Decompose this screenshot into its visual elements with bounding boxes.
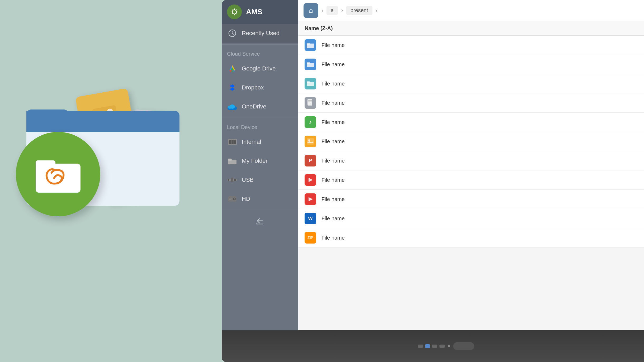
hd-label: HD: [242, 196, 250, 202]
sidebar-item-dropbox[interactable]: Dropbox: [222, 78, 298, 97]
folder-blue-icon: [305, 59, 316, 70]
svg-rect-43: [308, 101, 312, 101]
sidebar-item-internal[interactable]: Internal: [222, 132, 298, 151]
divider-2: [222, 118, 298, 118]
sort-bar: Name (Z-A): [298, 21, 644, 36]
svg-marker-50: [309, 178, 313, 182]
file-item[interactable]: W File name: [298, 209, 644, 228]
recently-used-label: Recently Used: [242, 30, 280, 37]
sidebar-header: AMS: [222, 0, 298, 24]
svg-point-20: [228, 106, 232, 109]
folder-blue-icon: [305, 39, 316, 51]
local-device-header: Local Device: [222, 120, 298, 132]
breadcrumb-present[interactable]: present: [346, 6, 372, 15]
file-item[interactable]: File name: [298, 74, 644, 93]
file-item[interactable]: File name: [298, 170, 644, 190]
svg-rect-26: [228, 159, 232, 161]
svg-point-28: [228, 179, 229, 181]
monitor-bezel: [222, 330, 644, 362]
ppt-file-icon: P: [305, 155, 316, 166]
onedrive-icon: [227, 101, 238, 112]
doc-file-icon: [305, 97, 316, 109]
usb-label: USB: [242, 177, 254, 183]
svg-rect-47: [307, 138, 314, 145]
svg-rect-35: [229, 199, 231, 199]
back-button[interactable]: [222, 212, 298, 230]
svg-marker-51: [309, 197, 313, 201]
file-item[interactable]: File name: [298, 93, 644, 113]
dropbox-label: Dropbox: [242, 84, 264, 91]
sort-label[interactable]: Name (Z-A): [305, 25, 333, 31]
svg-rect-44: [308, 102, 312, 102]
svg-point-48: [308, 139, 310, 141]
file-item[interactable]: P File name: [298, 151, 644, 170]
sidebar-item-my-folder[interactable]: My Folder: [222, 151, 298, 170]
svg-rect-29: [231, 178, 233, 182]
home-icon: ⌂: [309, 6, 313, 15]
bezel-port-2: [432, 345, 437, 348]
file-name: File name: [321, 177, 345, 183]
file-item[interactable]: File name: [298, 190, 644, 209]
bezel-port-1: [418, 345, 423, 348]
file-name: File name: [321, 100, 345, 106]
music-file-icon: ♪: [305, 116, 316, 128]
sidebar-item-recently-used[interactable]: Recently Used: [222, 24, 298, 43]
zip-file-icon: ZIP: [305, 232, 316, 244]
svg-rect-24: [234, 140, 236, 144]
breadcrumb-bar: ⌂ › a › present ›: [298, 0, 644, 21]
folder-teal-icon: [305, 78, 316, 89]
file-item[interactable]: ZIP File name: [298, 228, 644, 247]
svg-rect-41: [307, 81, 310, 83]
app-title: AMS: [246, 8, 262, 16]
home-button[interactable]: ⌂: [304, 3, 318, 18]
file-name: File name: [321, 139, 345, 145]
bezel-port-3: [439, 345, 445, 348]
sidebar-item-hd[interactable]: HD: [222, 189, 298, 208]
internal-icon: [227, 137, 238, 147]
hd-icon: [227, 194, 238, 204]
dropbox-icon: [227, 82, 238, 93]
green-circle-icon: [16, 132, 100, 216]
svg-rect-42: [307, 99, 312, 106]
bezel-usb-port: [425, 344, 430, 348]
word-file-icon: W: [305, 213, 316, 224]
google-drive-label: Google Drive: [242, 65, 276, 72]
video-file-icon: [305, 174, 316, 186]
file-name: File name: [321, 81, 345, 87]
image-file-icon: [305, 136, 316, 147]
file-item[interactable]: File name: [298, 36, 644, 55]
svg-rect-30: [234, 179, 236, 181]
svg-rect-34: [229, 198, 233, 198]
divider-3: [222, 210, 298, 210]
file-browser: ⌂ › a › present › Name (Z-A) File n: [298, 0, 644, 330]
svg-rect-39: [307, 62, 310, 64]
file-name: File name: [321, 119, 345, 125]
sidebar-item-google-drive[interactable]: Google Drive: [222, 59, 298, 78]
sidebar-item-onedrive[interactable]: OneDrive: [222, 97, 298, 116]
monitor-screen: AMS Recently Used Cloud Service: [222, 0, 644, 330]
breadcrumb-a[interactable]: a: [326, 6, 338, 15]
svg-rect-6: [36, 160, 55, 168]
svg-rect-45: [308, 103, 312, 103]
file-item[interactable]: ♪ File name: [298, 113, 644, 132]
file-name: File name: [321, 196, 345, 202]
file-item[interactable]: File name: [298, 132, 644, 151]
my-folder-icon: [227, 156, 238, 166]
svg-rect-46: [308, 104, 311, 104]
clock-icon: [227, 28, 238, 39]
monitor: AMS Recently Used Cloud Service: [222, 0, 644, 362]
divider-1: [222, 44, 298, 45]
video-file-icon-2: [305, 193, 316, 205]
sidebar-item-usb[interactable]: USB: [222, 170, 298, 189]
file-name: File name: [321, 158, 345, 164]
cloud-service-header: Cloud Service: [222, 46, 298, 59]
sidebar: AMS Recently Used Cloud Service: [222, 0, 298, 330]
svg-rect-22: [229, 140, 231, 144]
onedrive-label: OneDrive: [242, 103, 266, 110]
file-item[interactable]: File name: [298, 55, 644, 74]
breadcrumb-chevron-3: ›: [375, 7, 378, 14]
bezel-speaker: [453, 342, 474, 350]
svg-rect-37: [307, 43, 310, 45]
file-list: File name File name File name: [298, 36, 644, 330]
breadcrumb-chevron-2: ›: [340, 7, 344, 14]
